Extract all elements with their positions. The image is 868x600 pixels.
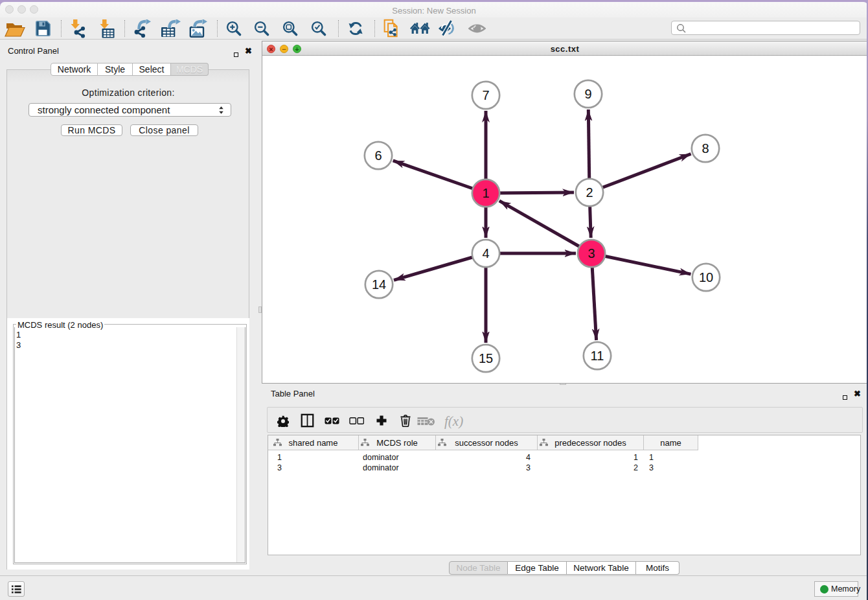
svg-text:15: 15 bbox=[479, 351, 493, 365]
svg-text:6: 6 bbox=[374, 148, 382, 163]
svg-text:3: 3 bbox=[588, 246, 595, 260]
svg-text:11: 11 bbox=[591, 349, 604, 363]
svg-text:2: 2 bbox=[586, 185, 593, 200]
svg-text:7: 7 bbox=[482, 88, 489, 102]
svg-text:4: 4 bbox=[482, 246, 489, 260]
svg-text:9: 9 bbox=[584, 87, 591, 101]
svg-text:10: 10 bbox=[699, 270, 713, 284]
svg-text:14: 14 bbox=[372, 277, 386, 292]
svg-text:1: 1 bbox=[482, 186, 489, 200]
svg-text:8: 8 bbox=[702, 141, 709, 156]
